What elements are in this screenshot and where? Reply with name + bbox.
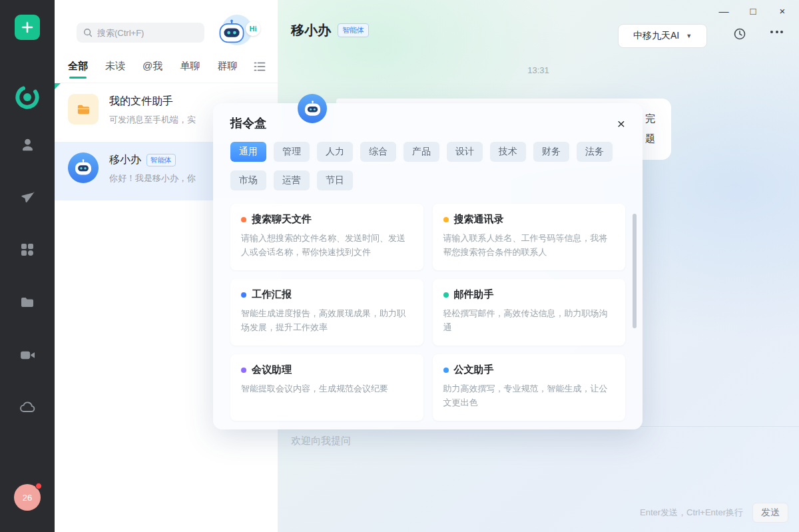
card-description: 请输入联系人姓名、工作号码等信息，我将帮您搜索符合条件的联系人 — [443, 231, 615, 259]
card-title: 工作汇报 — [252, 288, 292, 301]
category-finance[interactable]: 财务 — [533, 142, 569, 162]
command-box-modal: 指令盒 × 通用 管理 人力 综合 产品 设计 技术 财务 法务 市场 运营 节… — [213, 103, 643, 429]
rail-nav — [0, 136, 55, 416]
nav-rail: 26 — [0, 0, 55, 532]
card-description: 轻松撰写邮件，高效传达信息，助力职场沟通 — [443, 306, 615, 334]
window-controls: — □ × — [718, 5, 788, 17]
card-title: 邮件助手 — [454, 288, 494, 301]
model-selector-label: 中移九天AI — [633, 30, 679, 42]
minimize-button[interactable]: — — [718, 5, 730, 17]
compose-actions: Enter发送，Ctrl+Enter换行 发送 — [640, 503, 788, 523]
modal-header: 指令盒 × — [213, 103, 643, 131]
assistant-message-avatar — [298, 94, 327, 123]
close-icon[interactable]: × — [617, 117, 625, 131]
plus-icon — [21, 21, 34, 34]
compose-placeholder: 欢迎向我提问 — [291, 435, 351, 447]
folder-icon[interactable] — [19, 294, 35, 311]
card-dot — [443, 217, 449, 222]
card-head: 邮件助手 — [443, 288, 615, 301]
category-festival[interactable]: 节日 — [317, 170, 353, 190]
category-tabs: 通用 管理 人力 综合 产品 设计 技术 财务 法务 市场 运营 节日 — [213, 131, 643, 190]
category-comprehensive[interactable]: 综合 — [360, 142, 396, 162]
card-description: 智能提取会议内容，生成规范会议纪要 — [241, 382, 413, 396]
card-dot — [241, 292, 246, 298]
robot-icon — [217, 19, 246, 45]
category-general[interactable]: 通用 — [230, 142, 266, 162]
message-line: 完 — [645, 109, 655, 129]
assistant-mascot[interactable]: Hi — [216, 12, 260, 48]
conversation-title-text: 移小办 — [109, 153, 141, 167]
card-dot — [241, 217, 246, 222]
conversation-title: 我的文件助手 — [109, 95, 173, 109]
contacts-icon[interactable] — [19, 136, 36, 153]
tab-group[interactable]: 群聊 — [217, 60, 237, 73]
more-menu-icon[interactable] — [770, 31, 783, 33]
video-icon[interactable] — [19, 346, 36, 364]
send-button[interactable]: 发送 — [752, 503, 788, 523]
conversation-title: 移小办 智能体 — [109, 153, 176, 167]
yixiaoban-avatar — [68, 152, 99, 183]
modal-title: 指令盒 — [230, 115, 266, 131]
hi-bubble: Hi — [246, 21, 260, 36]
category-operation[interactable]: 运营 — [274, 170, 310, 190]
conversation-filter-tabs: 全部 未读 @我 单聊 群聊 — [68, 60, 237, 73]
send-hint: Enter发送，Ctrl+Enter换行 — [640, 507, 743, 519]
list-view-icon[interactable] — [254, 61, 266, 74]
avatar-count-label: 26 — [23, 493, 32, 503]
card-mail-assistant[interactable]: 邮件助手 轻松撰写邮件，高效传达信息，助力职场沟通 — [433, 279, 626, 346]
card-search-chat-files[interactable]: 搜索聊天文件 请输入想搜索的文件名称、发送时间、发送人或会话名称，帮你快速找到文… — [230, 204, 423, 270]
search-input[interactable] — [97, 28, 197, 38]
category-product[interactable]: 产品 — [403, 142, 439, 162]
card-dot — [443, 368, 449, 373]
tab-unread[interactable]: 未读 — [105, 60, 125, 73]
agent-badge: 智能体 — [338, 23, 369, 37]
category-tech[interactable]: 技术 — [490, 142, 526, 162]
category-management[interactable]: 管理 — [274, 142, 310, 162]
compose-area[interactable]: 欢迎向我提问 Enter发送，Ctrl+Enter换行 发送 — [278, 426, 799, 532]
tab-mentions[interactable]: @我 — [142, 60, 162, 73]
model-selector[interactable]: 中移九天AI ▼ — [618, 24, 707, 48]
card-description: 助力高效撰写，专业规范，智能生成，让公文更出色 — [443, 382, 615, 409]
history-icon[interactable] — [732, 27, 747, 43]
card-head: 搜索聊天文件 — [241, 213, 413, 226]
card-description: 请输入想搜索的文件名称、发送时间、发送人或会话名称，帮你快速找到文件 — [241, 231, 413, 259]
tab-all[interactable]: 全部 — [68, 60, 88, 73]
command-card-grid: 搜索聊天文件 请输入想搜索的文件名称、发送时间、发送人或会话名称，帮你快速找到文… — [213, 190, 643, 421]
card-meeting-assistant[interactable]: 会议助理 智能提取会议内容，生成规范会议纪要 — [230, 354, 423, 421]
tab-direct[interactable]: 单聊 — [180, 60, 200, 73]
new-chat-button[interactable] — [15, 15, 40, 40]
scrollbar-thumb[interactable] — [633, 214, 637, 328]
card-head: 工作汇报 — [241, 288, 413, 301]
message-timestamp: 13:31 — [278, 65, 799, 75]
category-legal[interactable]: 法务 — [577, 142, 613, 162]
message-line: 题 — [645, 129, 655, 148]
agent-badge: 智能体 — [146, 154, 176, 166]
cloud-icon[interactable] — [19, 399, 36, 416]
maximize-button[interactable]: □ — [747, 5, 759, 17]
app-window: 26 Hi 全部 未读 @我 单聊 群聊 — [0, 0, 799, 532]
category-hr[interactable]: 人力 — [317, 142, 353, 162]
file-assistant-avatar — [68, 94, 99, 125]
card-dot — [443, 292, 449, 298]
rocket-icon[interactable] — [19, 188, 36, 206]
robot-icon — [303, 101, 322, 117]
search-icon — [83, 28, 93, 37]
category-market[interactable]: 市场 — [230, 170, 266, 190]
card-head: 搜索通讯录 — [443, 213, 615, 226]
notification-dot — [35, 483, 42, 489]
card-work-report[interactable]: 工作汇报 智能生成进度报告，高效展现成果，助力职场发展，提升工作效率 — [230, 279, 423, 346]
close-button[interactable]: × — [776, 5, 788, 17]
card-title: 搜索通讯录 — [454, 213, 504, 226]
card-document-assistant[interactable]: 公文助手 助力高效撰写，专业规范，智能生成，让公文更出色 — [433, 354, 626, 421]
brand-swoosh-icon — [13, 83, 42, 112]
apps-icon[interactable] — [19, 241, 35, 258]
card-head: 公文助手 — [443, 364, 615, 376]
card-title: 会议助理 — [252, 364, 292, 376]
card-title: 公文助手 — [454, 364, 494, 376]
chat-title: 移小办 — [291, 21, 331, 39]
card-search-contacts[interactable]: 搜索通讯录 请输入联系人姓名、工作号码等信息，我将帮您搜索符合条件的联系人 — [433, 204, 626, 270]
search-box[interactable] — [77, 23, 204, 43]
app-logo — [0, 83, 55, 112]
category-design[interactable]: 设计 — [447, 142, 483, 162]
user-avatar[interactable]: 26 — [14, 484, 41, 511]
